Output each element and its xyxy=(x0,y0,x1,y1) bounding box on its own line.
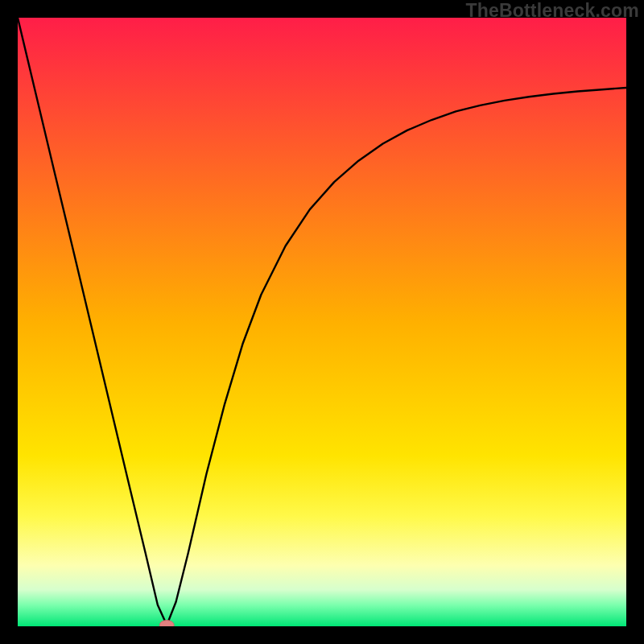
optimal-point-marker xyxy=(159,620,174,626)
plot-area xyxy=(18,18,626,626)
bottleneck-chart xyxy=(18,18,626,626)
chart-frame: TheBottleneck.com xyxy=(0,0,644,644)
attribution-label: TheBottleneck.com xyxy=(465,0,639,22)
gradient-background xyxy=(18,18,626,626)
